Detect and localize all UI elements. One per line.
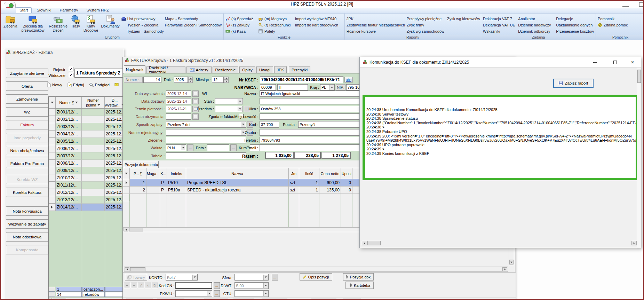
sidebar-document-type-button[interactable]: Wezwanie do zapłaty: [6, 219, 48, 229]
edit-button[interactable]: Edytuj: [67, 82, 84, 87]
magazyn-item[interactable]: (m) Magazyn: [259, 16, 294, 22]
bottom-action-button[interactable]: [157, 299, 184, 300]
data-otrzymania-field[interactable]: [166, 113, 191, 120]
preview-button[interactable]: Podgląd: [89, 82, 110, 87]
zlecenia-button[interactable]: Zlecenia: [3, 14, 18, 35]
sposob-zaplaty-select[interactable]: Przelew 7 dni: [166, 121, 246, 128]
ribbon-link-item[interactable]: Zestawienie faktur niezapłaconych: [347, 22, 406, 28]
opis-pozycji-button[interactable]: Opis pozycji: [300, 273, 332, 281]
pozycja-dok-button[interactable]: Pozycja dok.: [343, 273, 374, 281]
rok-spinner[interactable]: [188, 77, 193, 83]
ribbon-link-item[interactable]: Mapa - Samochody: [165, 16, 222, 22]
invoice-row[interactable]: ZI007/12/... 2025-12...: [49, 152, 124, 160]
tab-pozycje-dokumentu[interactable]: Pozycje dokumentu: [124, 161, 159, 168]
calendar-button[interactable]: [192, 113, 199, 120]
col-ilosc[interactable]: Ilość: [299, 168, 319, 179]
save-report-button[interactable]: Zapisz raport: [553, 79, 594, 88]
tab-opisy[interactable]: Opisy: [239, 66, 255, 73]
termin-platnosci-field[interactable]: 2025-12-21: [166, 106, 191, 112]
sprzedaz-item[interactable]: (s) Sprzedaż: [225, 16, 257, 22]
row-refresh-button[interactable]: ↻: [152, 283, 158, 288]
sidebar-document-type-button[interactable]: Inne przychody: [6, 133, 48, 142]
col-k[interactable]: K...: [160, 168, 167, 179]
scroll-thumb[interactable]: [129, 228, 143, 231]
ribbon-link-item[interactable]: Parowanie Zleceń i Samochodów: [165, 22, 222, 28]
col-magazyn[interactable]: Maga...: [146, 168, 160, 179]
sidebar-document-type-button[interactable]: Zapytanie ofertowe: [6, 69, 48, 78]
kasa-item[interactable]: (k) Kasa: [225, 28, 257, 34]
kurs-data-field[interactable]: [207, 144, 229, 151]
row-selector[interactable]: [49, 167, 56, 174]
miejscowosc-field[interactable]: [260, 113, 374, 120]
ribbon-link-item[interactable]: Analizator: [518, 16, 555, 22]
nazwa2-field[interactable]: [260, 98, 374, 104]
tab-rozliczenie[interactable]: Rozliczenie: [213, 66, 238, 73]
tab-jpk[interactable]: JPK: [274, 66, 287, 73]
tydzien-zlecenia-item[interactable]: Tydzień - Zlecenia: [121, 22, 164, 28]
abc-button[interactable]: abc: [344, 77, 353, 82]
tab-naglowek[interactable]: Nagłowek: [124, 65, 145, 73]
sidebar-document-type-button[interactable]: Korekta Faktura: [6, 188, 48, 197]
data-dostawy-field[interactable]: 2025-12-14: [166, 98, 191, 104]
invoice-row[interactable]: ZI011/12/... 2025-12...: [49, 182, 124, 189]
ksef-vscrollbar[interactable]: [637, 68, 641, 248]
widoczne-checkbox[interactable]: ✓: [69, 73, 73, 77]
dvat-select[interactable]: S.00: [234, 282, 269, 289]
col-upust[interactable]: Upust: [341, 168, 352, 179]
rozrachunki-item[interactable]: (r) Rozrachunki: [259, 22, 294, 28]
invoice-row[interactable]: ZI010/12/... 2025-12...: [49, 174, 124, 182]
invoice-row[interactable]: ZI006/12/... 2025-12...: [49, 145, 124, 152]
col-nazwa[interactable]: Nazwa: [186, 168, 289, 179]
nabywca-short-field[interactable]: IT: [277, 84, 308, 90]
col-numer[interactable]: Numer 1: [56, 97, 82, 108]
bottom-action-button[interactable]: [204, 299, 228, 300]
scroll-down-arrow[interactable]: [509, 260, 514, 265]
towary-button[interactable]: Towary: [125, 274, 147, 281]
new-button[interactable]: Nowy: [47, 82, 62, 87]
row-selector[interactable]: [49, 160, 56, 167]
tab-slowniki[interactable]: Słowniki: [33, 8, 55, 13]
kurs-data-picker-button[interactable]: …: [230, 144, 237, 151]
nazwa-field[interactable]: IT Wojciech Ignatowski: [260, 90, 374, 97]
scroll-thumb[interactable]: [637, 70, 641, 83]
row-accept-button[interactable]: ✓: [138, 283, 144, 288]
row-selector[interactable]: [49, 123, 56, 131]
sidebar-document-type-button[interactable]: Nota obciążeniowa: [6, 146, 48, 155]
scroll-right-arrow[interactable]: [502, 267, 507, 271]
gtu-select[interactable]: [234, 290, 269, 297]
grid-filter-cell[interactable]: [49, 97, 56, 108]
col-p[interactable]: P...1: [130, 168, 146, 179]
row-selector[interactable]: [49, 174, 56, 182]
ribbon-link-item[interactable]: Deklaracja VAT 7: [483, 16, 517, 22]
invoice-row[interactable]: ZI004/12/... 2025-12...: [49, 131, 124, 138]
ksef-minimize-button[interactable]: [589, 57, 601, 68]
ksef-close-button[interactable]: ×: [627, 57, 638, 68]
grid-filter-cell[interactable]: [123, 168, 130, 179]
scroll-thumb[interactable]: [367, 241, 381, 245]
dokumenty-button[interactable]: Dokumenty: [100, 14, 120, 35]
col-cena-netto[interactable]: Cena netto: [319, 168, 341, 179]
sidebar-document-type-button[interactable]: Korekta WZ: [6, 175, 48, 184]
rejestr-checkbox[interactable]: ✓: [69, 67, 73, 71]
tab-rachunki[interactable]: Rachunki / załączniki: [146, 66, 185, 73]
invoice-row[interactable]: ZI003/12/... 2025-12...: [49, 123, 124, 131]
ribbon-link-item[interactable]: Dziennik nadawczy: [518, 22, 555, 28]
numer-field[interactable]: 14: [143, 77, 161, 83]
stan-select[interactable]: [215, 98, 243, 104]
invoice-row[interactable]: ZI013/12/... 2025-12...: [49, 196, 124, 204]
tab-adresy[interactable]: Adresy: [186, 66, 212, 73]
invoice-row[interactable]: ZI008/12/... 2025-12...: [49, 160, 124, 167]
bottom-action-button[interactable]: [262, 299, 287, 300]
trasy-button[interactable]: Trasy: [70, 14, 81, 35]
row-selector[interactable]: [49, 189, 56, 196]
sfera-select[interactable]: [234, 274, 269, 281]
sidebar-document-type-button[interactable]: WZ: [6, 107, 48, 117]
ribbon-link-item[interactable]: Uaktualnienie danych: [556, 22, 594, 28]
tabela-field[interactable]: [166, 152, 246, 159]
tab-system-hpz[interactable]: System HPZ: [83, 8, 113, 13]
ksef-hscrollbar[interactable]: [362, 240, 637, 246]
sidebar-document-type-button[interactable]: Kompensata: [6, 245, 48, 254]
ribbon-link-item[interactable]: Dziennik odbiorczy: [518, 28, 555, 34]
row-selector[interactable]: [49, 145, 56, 152]
scroll-thumb[interactable]: [54, 298, 66, 300]
